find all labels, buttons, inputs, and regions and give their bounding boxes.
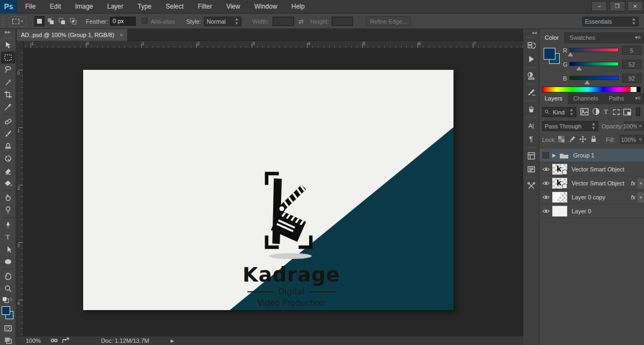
layer-row-layer0[interactable]: Layer 0 bbox=[539, 205, 644, 218]
filter-pixel-layers-icon[interactable] bbox=[580, 108, 589, 118]
channel-g-value[interactable]: 52 bbox=[622, 60, 641, 69]
layer-row-vso1[interactable]: k Vector Smart Object bbox=[539, 163, 644, 176]
tab-layers[interactable]: Layers bbox=[539, 93, 568, 104]
pen-tool[interactable] bbox=[1, 219, 15, 231]
info-panel-icon[interactable] bbox=[525, 149, 538, 162]
tab-color[interactable]: Color bbox=[539, 32, 564, 44]
doc-size-info[interactable]: Doc: 1.12M/13.7M bbox=[101, 337, 149, 344]
status-arrow-icon[interactable]: ▶ bbox=[171, 339, 174, 343]
share-icon[interactable] bbox=[62, 337, 70, 344]
layer-thumbnail[interactable] bbox=[552, 206, 567, 217]
character-panel-icon[interactable]: A| bbox=[525, 119, 538, 132]
channel-r-slider[interactable] bbox=[569, 48, 619, 52]
channel-b-slider[interactable] bbox=[569, 76, 619, 80]
swap-dimensions-icon[interactable]: ⇄ bbox=[298, 18, 304, 25]
minimize-button[interactable]: – bbox=[591, 1, 607, 11]
eyedropper-tool[interactable] bbox=[1, 101, 15, 113]
filter-shape-layers-icon[interactable] bbox=[612, 108, 620, 118]
menu-window[interactable]: Window bbox=[248, 0, 283, 13]
tab-channels[interactable]: Channels bbox=[568, 93, 603, 104]
document-tab[interactable]: AD..psd @ 100% (Group 1, RGB/8)× bbox=[17, 29, 127, 41]
tab-swatches[interactable]: Swatches bbox=[564, 32, 601, 44]
hand-tool[interactable] bbox=[1, 270, 15, 282]
tools-panel-icon[interactable] bbox=[525, 179, 538, 192]
foreground-color-swatch[interactable] bbox=[2, 306, 10, 315]
brush-tool[interactable] bbox=[1, 128, 15, 140]
layer-thumbnail[interactable]: k bbox=[552, 164, 567, 175]
tab-close-icon[interactable]: × bbox=[120, 32, 123, 38]
tool-presets-panel-icon[interactable] bbox=[525, 103, 538, 115]
actions-panel-icon[interactable] bbox=[525, 53, 538, 65]
type-tool[interactable]: T bbox=[1, 231, 15, 243]
layer-row-layer0copy[interactable]: Layer 0 copy fx ▼ bbox=[539, 191, 644, 204]
crop-tool[interactable] bbox=[1, 89, 15, 100]
menu-edit[interactable]: Edit bbox=[44, 0, 67, 13]
expand-triangle-icon[interactable]: ▶ bbox=[552, 153, 556, 158]
height-input[interactable] bbox=[332, 17, 353, 26]
canvas-viewport[interactable]: Kadrage Digital Video Production Kadrage… bbox=[24, 48, 523, 336]
toolbar-collapse-icon[interactable]: ▶▶ bbox=[0, 29, 16, 35]
opacity-value[interactable]: 100% bbox=[624, 121, 637, 131]
channel-g-slider[interactable] bbox=[569, 62, 619, 66]
fill-value[interactable]: 100% bbox=[620, 135, 637, 144]
layer-row-group1[interactable]: ▶ Group 1 bbox=[539, 149, 644, 162]
filter-kind-select[interactable]: Kind ▲▼ bbox=[542, 107, 576, 117]
foreground-color-swatch[interactable] bbox=[544, 48, 555, 60]
notes-panel-icon[interactable] bbox=[525, 163, 538, 175]
lasso-tool[interactable] bbox=[1, 64, 15, 76]
paint-bucket-tool[interactable] bbox=[1, 177, 15, 189]
channel-g-thumb[interactable] bbox=[576, 66, 582, 70]
dodge-tool[interactable] bbox=[1, 204, 15, 216]
sync-icon[interactable] bbox=[49, 337, 59, 344]
channel-b-thumb[interactable] bbox=[584, 80, 590, 84]
new-selection-button[interactable] bbox=[34, 16, 45, 26]
smudge-tool[interactable] bbox=[1, 192, 15, 204]
color-spectrum-ramp[interactable] bbox=[543, 87, 641, 92]
lock-all-icon[interactable] bbox=[590, 135, 597, 145]
workspace-select[interactable]: Essentials ▲▼ bbox=[582, 17, 639, 26]
magic-wand-tool[interactable] bbox=[1, 76, 15, 88]
subtract-from-selection-button[interactable] bbox=[57, 16, 67, 26]
history-brush-tool[interactable] bbox=[1, 153, 15, 164]
channel-r-thumb[interactable] bbox=[568, 52, 573, 56]
zoom-tool[interactable] bbox=[1, 283, 15, 294]
intersect-selection-button[interactable] bbox=[68, 16, 78, 26]
lock-transparency-icon[interactable] bbox=[558, 135, 565, 145]
dock-collapse-icon[interactable]: ◀◀ bbox=[523, 29, 539, 35]
lock-pixels-icon[interactable] bbox=[568, 135, 576, 145]
menu-filter[interactable]: Filter bbox=[192, 0, 218, 13]
canvas[interactable]: Kadrage Digital Video Production Kadrage… bbox=[83, 70, 453, 310]
menu-file[interactable]: File bbox=[19, 0, 41, 13]
width-input[interactable] bbox=[273, 17, 294, 26]
adjustments-panel-icon[interactable] bbox=[525, 69, 538, 82]
panel-menu-icon[interactable]: ▾≡ bbox=[632, 32, 644, 44]
style-select[interactable]: Normal ▲▼ bbox=[204, 17, 241, 26]
path-selection-tool[interactable] bbox=[1, 243, 15, 255]
add-to-selection-button[interactable] bbox=[46, 16, 56, 26]
filter-toggle-switch[interactable] bbox=[636, 107, 640, 116]
blend-mode-select[interactable]: Pass Through ▲▼ bbox=[542, 121, 598, 131]
layer-row-vso2[interactable]: k Vector Smart Object fx ▼ bbox=[539, 177, 644, 190]
ellipse-tool[interactable] bbox=[1, 256, 15, 268]
filter-smart-objects-icon[interactable] bbox=[623, 108, 631, 118]
channel-b-value[interactable]: 92 bbox=[622, 74, 641, 83]
feather-input[interactable]: 0 px bbox=[110, 17, 136, 26]
quick-mask-button[interactable] bbox=[1, 322, 15, 334]
lock-position-icon[interactable] bbox=[579, 135, 587, 145]
close-button[interactable]: ✕ bbox=[627, 1, 643, 11]
history-panel-icon[interactable] bbox=[525, 39, 538, 52]
spot-healing-brush-tool[interactable] bbox=[1, 116, 15, 127]
layer-thumbnail[interactable]: k bbox=[552, 178, 567, 189]
brush-panel-icon[interactable] bbox=[525, 86, 538, 98]
tab-paths[interactable]: Paths bbox=[604, 93, 630, 104]
filter-type-layers-icon[interactable]: T bbox=[604, 107, 608, 116]
swap-colors-icon[interactable] bbox=[2, 296, 16, 305]
fill-dropdown-arrow[interactable]: ▼ bbox=[637, 135, 644, 144]
visibility-toggle[interactable] bbox=[539, 181, 552, 186]
rectangular-marquee-tool[interactable] bbox=[1, 52, 15, 63]
antialias-checkbox[interactable] bbox=[142, 18, 148, 24]
menu-type[interactable]: Type bbox=[131, 0, 157, 13]
menu-layer[interactable]: Layer bbox=[101, 0, 129, 13]
layer-thumbnail[interactable] bbox=[552, 192, 567, 203]
refine-edge-button[interactable]: Refine Edge... bbox=[366, 16, 411, 26]
